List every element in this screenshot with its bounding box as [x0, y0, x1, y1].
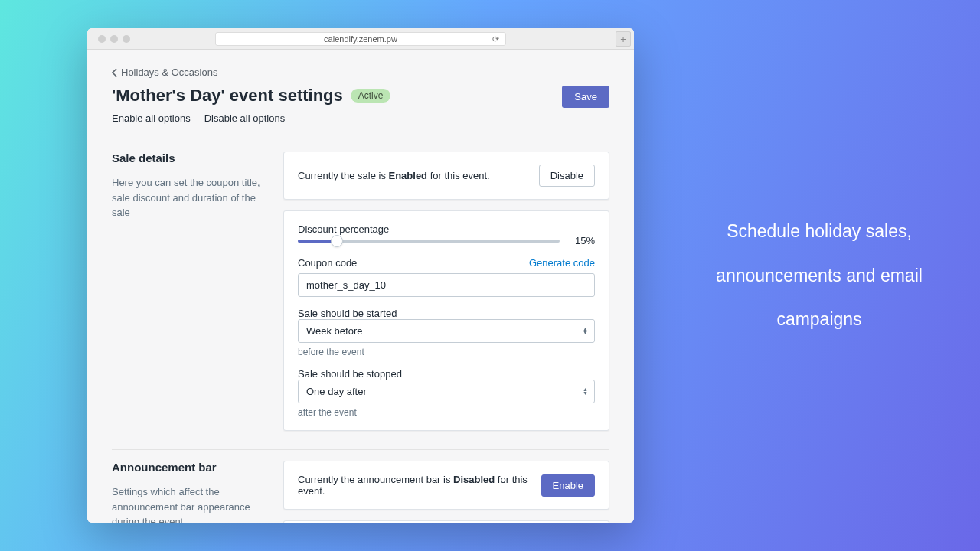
section-sale: Sale details Here you can set the coupon…: [112, 141, 609, 450]
coupon-input[interactable]: [298, 273, 595, 297]
enable-all-link[interactable]: Enable all options: [112, 112, 191, 124]
generate-code-link[interactable]: Generate code: [529, 257, 595, 269]
reload-icon[interactable]: ⟳: [492, 34, 499, 44]
app-content: Holidays & Occasions 'Mother's Day' even…: [87, 50, 634, 523]
sale-section-desc: Here you can set the coupon title, sale …: [112, 175, 265, 220]
chevron-updown-icon: ▲▼: [583, 387, 588, 396]
breadcrumb[interactable]: Holidays & Occasions: [112, 67, 609, 78]
start-helper: before the event: [298, 347, 595, 357]
announcement-status-text: Currently the announcement bar is Disabl…: [298, 474, 541, 497]
address-bar[interactable]: calendify.zenem.pw ⟳: [215, 32, 506, 46]
discount-value: 15%: [570, 235, 595, 246]
traffic-lights[interactable]: [87, 35, 130, 43]
announcement-section-desc: Settings which affect the announcement b…: [112, 484, 265, 523]
save-button[interactable]: Save: [562, 86, 609, 108]
start-select[interactable]: Week before ▲▼: [298, 319, 595, 343]
sale-form-card: Discount percentage 15% Coupon code: [283, 210, 609, 431]
stop-helper: after the event: [298, 407, 595, 418]
quick-actions: Enable all options Disable all options: [112, 112, 609, 124]
discount-slider[interactable]: [298, 240, 560, 243]
announcement-status-card: Currently the announcement bar is Disabl…: [283, 461, 609, 510]
sale-section-title: Sale details: [112, 152, 265, 165]
status-badge: Active: [351, 89, 391, 103]
section-announcement: Announcement bar Settings which affect t…: [112, 450, 609, 523]
promo-text: Schedule holiday sales, announcements an…: [704, 210, 934, 342]
start-label: Sale should be started: [298, 308, 595, 319]
page-title: 'Mother's Day' event settings: [112, 86, 343, 106]
breadcrumb-label: Holidays & Occasions: [121, 67, 217, 78]
chevron-left-icon: [112, 68, 118, 77]
coupon-label: Coupon code: [298, 257, 357, 269]
chevron-updown-icon: ▲▼: [583, 327, 588, 335]
stop-label: Sale should be stopped: [298, 368, 595, 380]
discount-label: Discount percentage: [298, 223, 595, 235]
disable-all-link[interactable]: Disable all options: [204, 112, 286, 124]
sale-status-text: Currently the sale is Enabled for this e…: [298, 170, 490, 181]
disable-sale-button[interactable]: Disable: [539, 165, 595, 187]
browser-chrome: calendify.zenem.pw ⟳ +: [87, 28, 634, 50]
new-tab-button[interactable]: +: [616, 31, 631, 47]
announcement-section-title: Announcement bar: [112, 461, 265, 474]
sale-status-card: Currently the sale is Enabled for this e…: [283, 152, 609, 200]
announcement-form-card: Announcement bar text When to start show…: [283, 520, 609, 523]
browser-window: calendify.zenem.pw ⟳ + Holidays & Occasi…: [87, 28, 634, 523]
url-text: calendify.zenem.pw: [324, 34, 397, 44]
enable-announcement-button[interactable]: Enable: [541, 474, 595, 497]
title-bar: 'Mother's Day' event settings Active Sav…: [112, 86, 609, 108]
stop-select[interactable]: One day after ▲▼: [298, 380, 595, 403]
